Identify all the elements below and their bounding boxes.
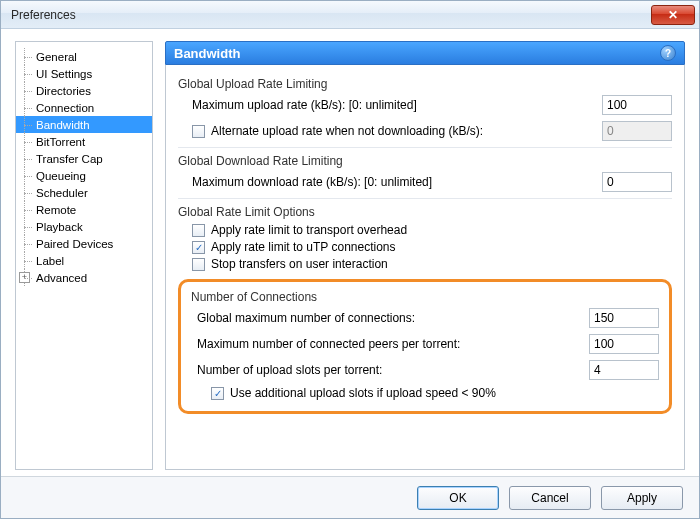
sidebar-item-bandwidth[interactable]: Bandwidth: [16, 116, 152, 133]
row-upload-slots: Number of upload slots per torrent:: [197, 360, 659, 380]
close-icon: ✕: [668, 8, 678, 22]
label-alt-upload: Alternate upload rate when not downloadi…: [211, 124, 602, 138]
row-alt-upload: Alternate upload rate when not downloadi…: [192, 121, 672, 141]
sidebar-item-bittorrent[interactable]: BitTorrent: [16, 133, 152, 150]
label-max-upload: Maximum upload rate (kB/s): [0: unlimite…: [192, 98, 602, 112]
sidebar-item-general[interactable]: General: [16, 48, 152, 65]
label-upload-slots: Number of upload slots per torrent:: [197, 363, 589, 377]
input-max-upload[interactable]: [602, 95, 672, 115]
close-button[interactable]: ✕: [651, 5, 695, 25]
row-utp: ✓ Apply rate limit to uTP connections: [192, 240, 672, 254]
checkbox-extra-slots[interactable]: ✓: [211, 387, 224, 400]
panel-title: Bandwidth: [174, 46, 660, 61]
connections-highlight: Number of Connections Global maximum num…: [178, 279, 672, 414]
label-max-download: Maximum download rate (kB/s): [0: unlimi…: [192, 175, 602, 189]
input-peers-per-torrent[interactable]: [589, 334, 659, 354]
sidebar-item-queueing[interactable]: Queueing: [16, 167, 152, 184]
label-global-connections: Global maximum number of connections:: [197, 311, 589, 325]
panel-header: Bandwidth ?: [165, 41, 685, 65]
sidebar-item-advanced[interactable]: + Advanced: [16, 269, 152, 286]
sidebar-item-scheduler[interactable]: Scheduler: [16, 184, 152, 201]
sidebar-item-connection[interactable]: Connection: [16, 99, 152, 116]
input-upload-slots[interactable]: [589, 360, 659, 380]
ok-button[interactable]: OK: [417, 486, 499, 510]
label-utp: Apply rate limit to uTP connections: [211, 240, 396, 254]
sidebar-item-label[interactable]: Label: [16, 252, 152, 269]
separator: [178, 147, 672, 148]
sidebar-item-remote[interactable]: Remote: [16, 201, 152, 218]
sidebar-item-paired-devices[interactable]: Paired Devices: [16, 235, 152, 252]
group-download: Global Download Rate Limiting: [178, 154, 672, 168]
label-extra-slots: Use additional upload slots if upload sp…: [230, 386, 496, 400]
checkbox-transport-overhead[interactable]: [192, 224, 205, 237]
settings-panel: Bandwidth ? Global Upload Rate Limiting …: [165, 41, 685, 470]
apply-button[interactable]: Apply: [601, 486, 683, 510]
input-max-download[interactable]: [602, 172, 672, 192]
group-options: Global Rate Limit Options: [178, 205, 672, 219]
row-transport-overhead: Apply rate limit to transport overhead: [192, 223, 672, 237]
checkbox-utp[interactable]: ✓: [192, 241, 205, 254]
expand-icon[interactable]: +: [19, 272, 30, 283]
label-stop-transfers: Stop transfers on user interaction: [211, 257, 388, 271]
checkbox-alt-upload[interactable]: [192, 125, 205, 138]
category-tree: General UI Settings Directories Connecti…: [15, 41, 153, 470]
sidebar-item-playback[interactable]: Playback: [16, 218, 152, 235]
label-transport-overhead: Apply rate limit to transport overhead: [211, 223, 407, 237]
row-global-connections: Global maximum number of connections:: [197, 308, 659, 328]
content-area: General UI Settings Directories Connecti…: [1, 29, 699, 476]
checkbox-stop-transfers[interactable]: [192, 258, 205, 271]
preferences-window: Preferences ✕ General UI Settings Direct…: [0, 0, 700, 519]
row-max-download: Maximum download rate (kB/s): [0: unlimi…: [192, 172, 672, 192]
group-connections: Number of Connections: [191, 290, 659, 304]
input-alt-upload: [602, 121, 672, 141]
window-title: Preferences: [11, 8, 651, 22]
dialog-footer: OK Cancel Apply: [1, 476, 699, 518]
sidebar-item-directories[interactable]: Directories: [16, 82, 152, 99]
separator: [178, 198, 672, 199]
panel-body: Global Upload Rate Limiting Maximum uplo…: [165, 65, 685, 470]
row-extra-slots: ✓ Use additional upload slots if upload …: [211, 386, 659, 400]
titlebar: Preferences ✕: [1, 1, 699, 29]
help-icon[interactable]: ?: [660, 45, 676, 61]
row-peers-per-torrent: Maximum number of connected peers per to…: [197, 334, 659, 354]
input-global-connections[interactable]: [589, 308, 659, 328]
sidebar-item-transfer-cap[interactable]: Transfer Cap: [16, 150, 152, 167]
row-stop-transfers: Stop transfers on user interaction: [192, 257, 672, 271]
label-peers-per-torrent: Maximum number of connected peers per to…: [197, 337, 589, 351]
row-max-upload: Maximum upload rate (kB/s): [0: unlimite…: [192, 95, 672, 115]
sidebar-item-ui-settings[interactable]: UI Settings: [16, 65, 152, 82]
group-upload: Global Upload Rate Limiting: [178, 77, 672, 91]
cancel-button[interactable]: Cancel: [509, 486, 591, 510]
